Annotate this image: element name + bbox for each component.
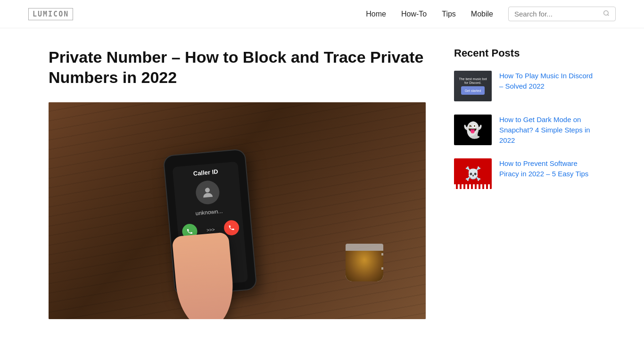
piracy-thumbnail: ☠️ (454, 158, 492, 189)
coffee-cup (346, 244, 388, 291)
discord-thumbnail: The best music bot for Discord. Get star… (454, 71, 492, 101)
main-nav: Home How-To Tips Mobile (366, 7, 616, 21)
hand-illustration (172, 232, 237, 319)
page-layout: Private Number – How to Block and Trace … (20, 28, 624, 338)
piracy-stripe-decoration (454, 184, 492, 189)
article-title: Private Number – How to Block and Trace … (49, 47, 426, 87)
site-header: LUMICON Home How-To Tips Mobile (0, 0, 644, 28)
recent-post-2: 👻 How to Get Dark Mode on Snapchat? 4 Si… (454, 115, 595, 145)
svg-point-0 (604, 11, 608, 15)
hero-image: Caller ID unknown... (49, 102, 426, 319)
svg-point-2 (205, 188, 210, 193)
search-box (508, 7, 616, 21)
cup-body (346, 244, 383, 281)
swipe-arrows: >>> (206, 227, 215, 232)
search-input[interactable] (514, 10, 599, 18)
snapchat-ghost-icon: 👻 (463, 121, 482, 139)
post-link-snapchat[interactable]: How to Get Dark Mode on Snapchat? 4 Simp… (499, 115, 595, 145)
nav-tips[interactable]: Tips (442, 10, 456, 18)
post-link-discord[interactable]: How To Play Music In Discord – Solved 20… (499, 71, 595, 91)
decline-button (223, 220, 240, 236)
post-thumb-snapchat: 👻 (454, 115, 492, 145)
recent-post-1: The best music bot for Discord. Get star… (454, 71, 595, 101)
caller-avatar (194, 180, 220, 205)
caller-id-label: Caller ID (193, 168, 218, 177)
site-logo[interactable]: LUMICON (28, 8, 73, 20)
nav-howto[interactable]: How-To (401, 10, 427, 18)
main-content: Private Number – How to Block and Trace … (49, 47, 426, 319)
discord-thumb-text: The best music bot for Discord. (457, 77, 489, 85)
post-thumb-piracy: ☠️ (454, 158, 492, 189)
nav-home[interactable]: Home (366, 10, 386, 18)
post-link-piracy[interactable]: How to Prevent Software Piracy in 2022 –… (499, 158, 595, 179)
caller-unknown-text: unknown... (195, 208, 223, 217)
sidebar: Recent Posts The best music bot for Disc… (454, 47, 595, 319)
snapchat-thumbnail: 👻 (454, 115, 492, 145)
post-thumb-discord: The best music bot for Discord. Get star… (454, 71, 492, 101)
svg-line-1 (608, 15, 609, 16)
recent-post-3: ☠️ How to Prevent Software Piracy in 202… (454, 158, 595, 189)
nav-mobile[interactable]: Mobile (471, 10, 493, 18)
skull-crossbones-icon: ☠️ (465, 166, 481, 181)
discord-thumb-btn: Get started (465, 89, 481, 92)
sidebar-title: Recent Posts (454, 47, 595, 59)
search-icon (603, 10, 610, 18)
cup-coffee (346, 251, 383, 281)
cup-handle (381, 253, 383, 270)
